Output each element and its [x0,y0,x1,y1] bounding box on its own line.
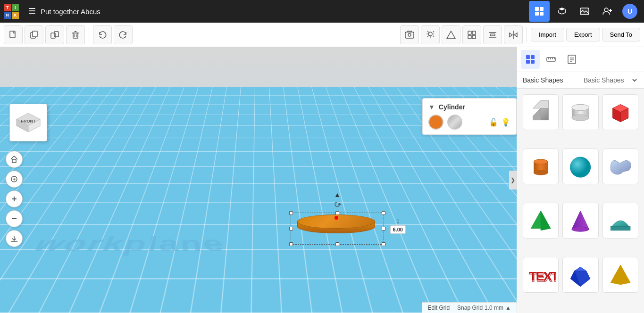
toolbar-separator-1 [89,27,89,42]
shape-item-text[interactable] [602,148,638,184]
topbar-nav: U [529,1,644,22]
shape-item-pyramid-yellow[interactable] [602,257,638,293]
home-view-button[interactable] [6,151,23,168]
left-tools [6,151,23,247]
send-to-button[interactable]: Send To [602,28,640,41]
shape-item-cube-red[interactable] [602,94,638,130]
cylinder-object[interactable]: ▲ ↺ [293,214,382,243]
redo-button[interactable] [114,25,133,44]
svg-rect-2 [535,12,539,16]
svg-rect-78 [611,227,630,231]
move-arrow: ▲ ↺ [334,191,341,210]
transparent-color-swatch[interactable] [447,115,462,130]
prop-header: ▼ Cylinder [428,103,510,111]
snap-grid-label: Snap Grid [457,305,483,311]
undo-button[interactable] [93,25,112,44]
notes-tab[interactable] [562,50,581,69]
shape-item-pyramid-green[interactable] [523,203,559,239]
prop-icons: 🔓 💡 [489,118,510,127]
svg-marker-32 [510,33,512,37]
svg-rect-15 [73,33,78,38]
svg-rect-0 [535,7,539,11]
visibility-icon[interactable]: 💡 [501,118,510,127]
view-cube[interactable]: FRONT [9,104,47,141]
prop-collapse-arrow[interactable]: ▼ [428,103,435,111]
logo-i: I [12,4,19,11]
shape-item-cylinder-orange[interactable] [523,148,559,184]
workplane-label: workplane [28,233,232,256]
snap-value-text: 1.0 mm [485,305,503,311]
shape-item-sphere[interactable] [562,148,598,184]
fit-all-button[interactable] [6,171,23,188]
property-panel: ▼ Cylinder 🔓 💡 [422,98,517,135]
toolbar-right: Import Export Send To [396,25,644,44]
solid-color-swatch[interactable] [428,115,443,130]
snap-value-selector[interactable]: 1.0 mm ▲ [485,305,511,311]
svg-rect-38 [12,159,16,163]
svg-rect-1 [540,7,544,11]
svg-text:FRONT: FRONT [21,119,36,124]
svg-marker-76 [572,211,589,229]
align-button[interactable] [483,25,502,44]
delete-button[interactable] [66,25,85,44]
panel-collapse-arrow[interactable]: ❯ [509,171,517,189]
mirror-button[interactable] [504,25,523,44]
shapes-tab[interactable] [521,50,540,69]
viewport[interactable]: workplane FRONT [0,47,517,313]
lock-icon[interactable]: 🔓 [489,118,498,127]
prop-title: Cylinder [439,103,465,111]
svg-rect-25 [472,31,476,34]
svg-marker-82 [575,267,586,271]
camera-view-button[interactable] [400,25,419,44]
svg-rect-26 [468,35,471,39]
statusbar: Edit Grid Snap Grid 1.0 mm ▲ [422,302,517,313]
edit-grid-button[interactable]: Edit Grid [427,305,450,311]
export-button[interactable]: Export [566,28,600,41]
svg-rect-20 [405,32,414,38]
height-arrow: ↕ 6.00 [390,217,406,234]
copy-button[interactable] [25,25,43,44]
svg-marker-33 [514,33,517,37]
svg-rect-48 [526,60,530,64]
shape-item-text-red[interactable]: TEXT TEXT [523,257,559,293]
canvas-area[interactable]: workplane FRONT [0,47,517,313]
ruler-tab[interactable] [542,50,560,69]
svg-point-77 [572,227,589,231]
new-button[interactable] [4,25,23,44]
shapes-grid: TEXT TEXT [517,89,644,313]
add-person-button[interactable] [597,1,618,22]
svg-point-72 [534,159,548,164]
cylinder-top-handle[interactable] [335,216,338,220]
grid-view-button[interactable] [529,1,550,22]
menu-icon[interactable]: ☰ [28,6,36,16]
panel-tabs [517,47,644,72]
svg-text:TEXT: TEXT [529,270,556,284]
svg-point-64 [572,115,589,121]
category-dropdown[interactable]: Basic Shapes Featured Text & Numbers [582,76,638,84]
import-button[interactable]: Import [531,28,564,41]
category-name: Basic Shapes [523,76,563,84]
zoom-out-button[interactable] [6,210,23,227]
tinkercad-logo[interactable]: T I N K [0,0,23,23]
shape-tool-button[interactable] [442,25,460,44]
shape-item-gem[interactable] [562,257,598,293]
svg-marker-75 [541,211,551,230]
shape-category-selector[interactable]: Basic Shapes Basic Shapes Featured Text … [517,72,644,89]
toolbar-separator-2 [527,27,527,42]
learn-button[interactable] [552,1,572,22]
shape-item-cone-purple[interactable] [562,203,598,239]
duplicate-button[interactable] [45,25,64,44]
zoom-in-button[interactable] [6,190,23,207]
profile-button[interactable]: U [619,1,640,22]
shape-item-box[interactable] [523,94,559,130]
gallery-button[interactable] [574,1,595,22]
group-button[interactable] [462,25,481,44]
shape-item-roof[interactable] [602,203,638,239]
snap-grid-control: Snap Grid 1.0 mm ▲ [457,305,511,311]
download-button[interactable] [6,230,23,247]
svg-rect-27 [472,35,476,39]
light-button[interactable] [421,25,440,44]
shape-item-cylinder-gray[interactable] [562,94,598,130]
up-arrow-icon: ▲ [334,191,341,198]
svg-rect-47 [531,55,535,59]
